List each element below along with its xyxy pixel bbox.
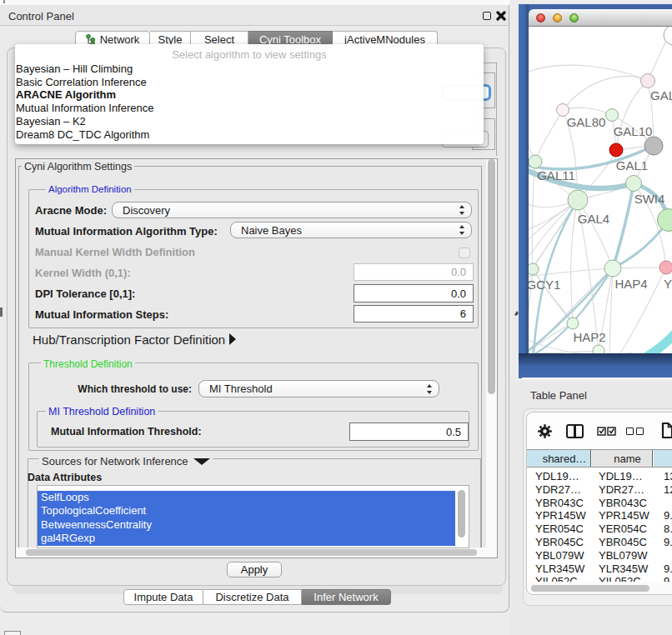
svg-text:SWI4: SWI4 [634, 192, 665, 206]
svg-text:GAL80: GAL80 [567, 115, 606, 129]
svg-text:Y: Y [664, 277, 672, 291]
svg-text:HAP2: HAP2 [573, 330, 605, 344]
svg-text:HAP4: HAP4 [614, 277, 647, 291]
svg-text:GAL11: GAL11 [537, 168, 575, 182]
svg-text:GAL10: GAL10 [614, 124, 653, 138]
svg-text:GAL4: GAL4 [578, 212, 609, 226]
svg-text:GCY1: GCY1 [529, 278, 560, 292]
svg-text:GAL: GAL [650, 88, 672, 102]
svg-text:GAL1: GAL1 [616, 158, 648, 172]
